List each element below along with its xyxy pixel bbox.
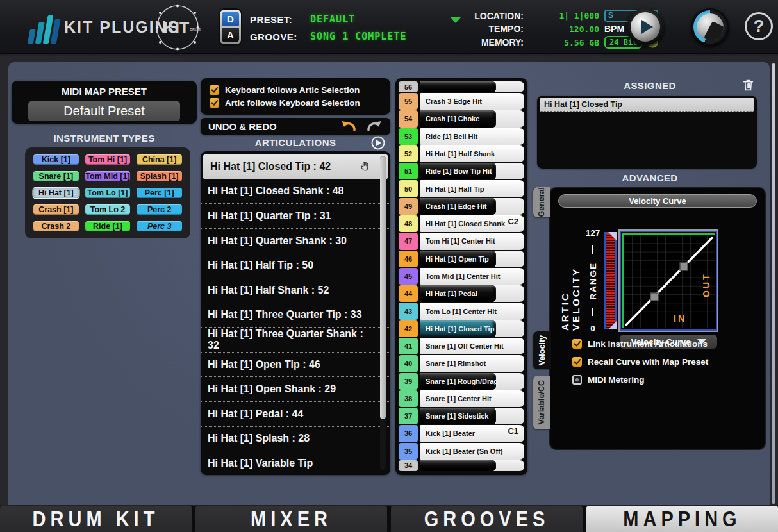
instrument-type-button[interactable]: Perc 3: [137, 221, 182, 231]
black-key-slot[interactable]: [420, 460, 524, 471]
undo-button[interactable]: [340, 120, 356, 133]
black-key-slot[interactable]: Snare [1] Sidestick: [420, 408, 524, 424]
preset-value[interactable]: DEFAULT: [310, 13, 406, 25]
checkbox[interactable]: [572, 339, 582, 349]
instrument-type-button[interactable]: Hi Hat [1]: [33, 188, 79, 198]
white-key[interactable]: Snare [1] Rimshot: [420, 355, 524, 372]
white-key[interactable]: Tom Hi [1] Center Hit: [420, 233, 524, 249]
nav-tab-mapping[interactable]: MAPPING: [586, 506, 778, 532]
advanced-tab-variable-cc[interactable]: Variable/CC: [533, 376, 550, 429]
nav-tab-mixer[interactable]: MIXER: [195, 506, 387, 532]
trash-icon[interactable]: [741, 78, 755, 94]
white-key[interactable]: Kick [1] BeaterC1: [420, 425, 524, 442]
black-key-slot[interactable]: Hi Hat [1] Pedal: [420, 285, 524, 302]
advanced-tab-velocity[interactable]: Velocity: [533, 331, 551, 369]
nav-tab-grooves[interactable]: GROOVES: [391, 506, 583, 532]
key-number-badge[interactable]: 51: [399, 163, 418, 179]
white-key[interactable]: Hi Hat [1] Closed ShankC2: [420, 215, 524, 232]
articulation-item[interactable]: Hi Hat [1] Closed Shank : 48: [201, 179, 390, 204]
black-key[interactable]: [420, 460, 496, 471]
white-key[interactable]: Ride [1] Bell Hit: [420, 128, 524, 145]
black-key[interactable]: [420, 81, 496, 92]
advanced-tab-general[interactable]: General: [533, 187, 550, 217]
da-toggle-d[interactable]: D: [222, 12, 239, 26]
black-key-slot[interactable]: Crash [1] Edge Hit: [420, 198, 524, 215]
black-key-slot[interactable]: [420, 81, 524, 92]
black-key-slot[interactable]: Crash [1] Choke: [420, 110, 524, 127]
articulation-item[interactable]: Hi Hat [1] Splash : 28: [201, 427, 390, 452]
black-key-slot[interactable]: Ride [1] Bow Tip Hit: [420, 163, 524, 179]
articulation-item[interactable]: Hi Hat [1] Open Shank : 29: [201, 377, 390, 402]
instrument-type-button[interactable]: Tom Lo 2: [85, 204, 131, 215]
key-number-badge[interactable]: 39: [399, 373, 418, 390]
white-key[interactable]: Snare [1] Off Center Hit: [420, 338, 524, 354]
key-number-badge[interactable]: 34: [399, 460, 418, 471]
black-key[interactable]: Snare [1] Rough/Drag: [420, 373, 496, 390]
key-number-badge[interactable]: 52: [399, 145, 418, 162]
key-number-badge[interactable]: 46: [399, 251, 418, 267]
white-key[interactable]: Snare [1] Center Hit: [420, 390, 524, 407]
instrument-type-button[interactable]: Tom Lo [1]: [85, 188, 131, 198]
articulation-item[interactable]: Hi Hat [1] Quarter Tip : 31: [201, 204, 390, 229]
instrument-type-button[interactable]: Splash [1]: [137, 171, 182, 181]
articulation-item[interactable]: Hi Hat [1] Closed Tip : 42: [203, 154, 388, 179]
key-number-badge[interactable]: 45: [399, 268, 418, 285]
help-button[interactable]: ?: [745, 12, 773, 40]
articulation-item[interactable]: Hi Hat [1] Open Tip : 46: [201, 353, 390, 378]
articulation-item[interactable]: Hi Hat [1] Three Quarter Shank : 32: [201, 328, 390, 353]
key-number-badge[interactable]: 55: [399, 93, 418, 110]
white-key[interactable]: Tom Mid [1] Center Hit: [420, 268, 524, 285]
key-number-badge[interactable]: 44: [399, 285, 418, 302]
instrument-type-button[interactable]: Crash 2: [33, 221, 79, 231]
key-number-badge[interactable]: 37: [399, 408, 418, 424]
white-key[interactable]: Kick [1] Beater (Sn Off): [420, 443, 524, 460]
key-number-badge[interactable]: 43: [399, 303, 418, 319]
instrument-type-button[interactable]: Crash [1]: [33, 204, 79, 215]
articulation-item[interactable]: Hi Hat [1] Quarter Shank : 30: [201, 229, 390, 254]
key-number-badge[interactable]: 38: [399, 390, 418, 407]
black-key[interactable]: Ride [1] Bow Tip Hit: [420, 163, 496, 179]
white-key[interactable]: Hi Hat [1] Half Shank: [420, 145, 524, 162]
white-key[interactable]: Crash 3 Edge Hit: [420, 93, 524, 110]
da-toggle-a[interactable]: A: [222, 28, 239, 42]
da-toggle[interactable]: D A: [219, 8, 242, 46]
key-number-badge[interactable]: 41: [399, 338, 418, 354]
velocity-range-slider[interactable]: [604, 232, 617, 329]
key-number-badge[interactable]: 47: [399, 233, 418, 249]
instrument-type-button[interactable]: Perc 2: [137, 204, 182, 215]
checkbox[interactable]: [572, 375, 582, 385]
preset-dropdown-caret-icon[interactable]: [451, 17, 461, 23]
articulations-expand-icon[interactable]: [371, 136, 385, 153]
white-key[interactable]: Tom Lo [1] Center Hit: [420, 303, 524, 319]
assigned-articulation[interactable]: Hi Hat [1] Closed Tip: [540, 98, 754, 112]
articulations-scrollbar-thumb[interactable]: [380, 156, 386, 419]
nav-tab-drum-kit[interactable]: DRUM KIT: [0, 506, 192, 532]
articulation-item[interactable]: Hi Hat [1] Three Quarter Tip : 33: [201, 303, 390, 328]
key-number-badge[interactable]: 40: [399, 355, 418, 372]
key-number-badge[interactable]: 50: [399, 180, 418, 197]
key-number-badge[interactable]: 35: [399, 443, 418, 460]
checkbox[interactable]: [210, 85, 219, 95]
key-number-badge[interactable]: 49: [399, 198, 418, 215]
instrument-type-button[interactable]: Perc [1]: [137, 188, 182, 198]
black-key-slot[interactable]: Hi Hat [1] Open Tip: [420, 251, 524, 267]
redo-button[interactable]: [367, 120, 383, 133]
articulation-item[interactable]: Hi Hat [1] Half Shank : 52: [201, 278, 390, 303]
black-key[interactable]: Hi Hat [1] Pedal: [420, 285, 496, 302]
articulation-item[interactable]: Hi Hat [1] Variable Tip: [201, 451, 390, 475]
articulation-item[interactable]: Hi Hat [1] Pedal : 44: [201, 402, 390, 427]
black-key[interactable]: Hi Hat [1] Closed Tip: [420, 320, 496, 337]
key-number-badge[interactable]: 36: [399, 425, 418, 442]
instrument-type-button[interactable]: Snare [1]: [33, 171, 79, 181]
black-key[interactable]: Hi Hat [1] Open Tip: [420, 251, 496, 267]
key-number-badge[interactable]: 54: [399, 110, 418, 127]
instrument-type-button[interactable]: Tom Hi [1]: [85, 154, 131, 165]
instrument-type-button[interactable]: Ride [1]: [85, 221, 131, 231]
volume-knob[interactable]: [691, 8, 729, 46]
black-key[interactable]: Crash [1] Choke: [420, 110, 496, 127]
articulation-item[interactable]: Hi Hat [1] Half Tip : 50: [201, 253, 390, 278]
white-key[interactable]: Hi Hat [1] Half Tip: [420, 180, 524, 197]
black-key[interactable]: Snare [1] Sidestick: [420, 408, 496, 424]
instrument-type-button[interactable]: Tom Mid [1]: [85, 171, 131, 181]
groove-value[interactable]: SONG 1 COMPLETE: [310, 31, 406, 42]
